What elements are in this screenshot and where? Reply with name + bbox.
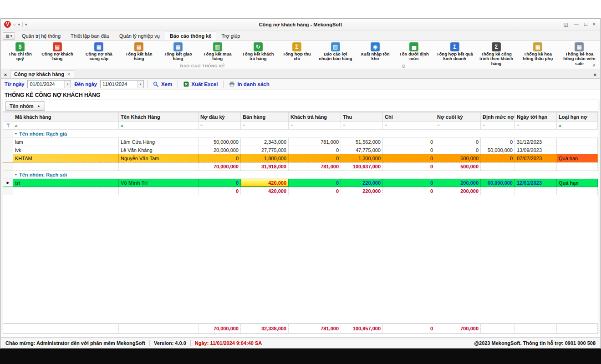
column-header-8[interactable]: Định mức nợ [481, 112, 515, 121]
report-business-result-button[interactable]: ΣTổng hợp kết quả kinh doanh [434, 42, 475, 62]
ribbon-tab-1[interactable]: Thiết lập ban đầu [66, 31, 114, 40]
tab-bar-close-icon[interactable]: × [594, 72, 600, 78]
close-button[interactable]: × [593, 22, 596, 27]
to-date-dropdown-icon[interactable]: ▾ [137, 81, 143, 88]
cell[interactable]: 47,775,000 [341, 146, 383, 154]
filter-cell-7[interactable]: = [435, 121, 481, 130]
table-row[interactable]: ▶triVõ Minh Trí0420,0000220,0000200,0006… [3, 179, 598, 187]
group-header-cell[interactable]: ▾Tên nhóm: Rạch giá [13, 130, 598, 138]
cell[interactable]: 200,000 [435, 179, 481, 187]
column-header-10[interactable]: Loại hạn nợ [557, 112, 598, 121]
cell[interactable]: 0 [481, 138, 515, 146]
filter-cell-6[interactable]: = [383, 121, 435, 130]
cell[interactable] [557, 138, 598, 146]
cell[interactable] [557, 146, 598, 154]
report-purchase-summary-button[interactable]: ▥Tổng kết mua hàng [198, 42, 237, 62]
cell[interactable]: 781,000 [289, 138, 341, 146]
cell[interactable]: Võ Minh Trí [119, 179, 199, 187]
column-header-2[interactable]: Nợ đầu kỳ [199, 112, 241, 121]
cell[interactable]: 0 [435, 138, 481, 146]
report-subcontractor-commission-button[interactable]: ▦Thống kê hoa hồng thầu phụ [517, 42, 559, 62]
cell[interactable]: 0 [199, 154, 241, 162]
filter-cell-4[interactable]: = [289, 121, 341, 130]
filter-cell-5[interactable]: = [341, 121, 383, 130]
report-sales-profit-button[interactable]: ▧Báo cáo lợi nhuận bán hàng [315, 42, 356, 62]
ribbon-tab-3[interactable]: Báo cáo thống kê [165, 31, 217, 40]
report-inventory-in-out-button[interactable]: ◉Xuất nhập tồn kho [356, 42, 394, 62]
to-date-input[interactable]: 11/01/2024 ▾ [100, 80, 144, 88]
view-button[interactable]: Xem [151, 81, 174, 88]
table-row[interactable]: lamLâm Cửa Hàng50,000,0002,343,000781,00… [3, 138, 598, 146]
column-header-1[interactable]: Tên Khách Hàng [119, 112, 199, 121]
ribbon-tab-0[interactable]: Quản trị hệ thống [17, 31, 66, 40]
cell[interactable]: 20,000,000 [199, 146, 241, 154]
cell[interactable]: 07/07/2023 [515, 154, 557, 162]
cell[interactable]: 0 [383, 154, 435, 162]
group-by-ten-nhom-button[interactable]: Tên nhóm ▲ [5, 101, 45, 111]
report-below-minimum-stock-button[interactable]: ▅Tồn dưới định mức [394, 42, 434, 62]
cell[interactable]: 0 [383, 138, 435, 146]
filter-cell-10[interactable]: a [557, 121, 598, 130]
cell[interactable]: 0 [383, 146, 435, 154]
report-income-expense-button[interactable]: ΣTổng hợp thu chi [279, 42, 315, 62]
cell[interactable]: 0 [383, 179, 435, 187]
group-dialog-launcher-icon[interactable]: ⊙ [402, 64, 405, 69]
cell[interactable]: 500,000 [435, 154, 481, 162]
report-delivery-summary-button[interactable]: ▦Tổng kết giao hàng [158, 42, 198, 62]
column-header-3[interactable]: Bán hàng [241, 112, 289, 121]
cell[interactable]: 12/01/2023 [515, 179, 557, 187]
maximize-button[interactable]: □ [584, 22, 587, 27]
cell[interactable]: 0 [289, 179, 341, 187]
cell[interactable]: 0 [289, 146, 341, 154]
filter-cell-9[interactable]: = [515, 121, 557, 130]
report-customer-returns-button[interactable]: ↻Tổng kết khách trả hàng [237, 42, 279, 62]
customize-toolbar-icon[interactable]: ▾ [25, 22, 27, 27]
quick-access-dropdown-icon[interactable]: ▾ [18, 22, 20, 27]
cell[interactable]: lvk [13, 146, 119, 154]
group-header-cell[interactable]: ▾Tên nhóm: Rạch sỏi [13, 171, 598, 179]
cell[interactable]: 0 [435, 146, 481, 154]
ribbon-tab-2[interactable]: Quản lý nghiệp vụ [114, 31, 165, 40]
record-icon[interactable]: ○ [13, 22, 15, 27]
table-row[interactable]: lvkLê Văn Kháng20,000,00027,775,000047,7… [3, 146, 598, 154]
cell[interactable]: 0 [289, 154, 341, 162]
from-date-dropdown-icon[interactable]: ▾ [64, 81, 71, 88]
cell[interactable]: 2,343,000 [241, 138, 289, 146]
expand-triangle-icon[interactable]: ▾ [15, 172, 17, 177]
cell[interactable]: Quá hạn [557, 179, 598, 187]
report-customer-debt-button[interactable]: ▤Công nợ khách hàng [36, 42, 78, 62]
cell[interactable]: 1,800,000 [241, 154, 289, 162]
cell[interactable]: Quá hạn [557, 154, 598, 162]
filter-cell-0[interactable]: a [13, 121, 119, 130]
cell[interactable]: lam [13, 138, 119, 146]
tab-close-icon[interactable]: × [67, 72, 70, 77]
cell[interactable]: 50,000,000 [199, 138, 241, 146]
report-sales-summary-button[interactable]: ▤Tổng kết bán hàng [120, 42, 158, 62]
app-menu-button[interactable]: ▦ ▾ [3, 32, 15, 40]
filter-cell-8[interactable]: = [481, 121, 515, 130]
column-header-5[interactable]: Thu [341, 112, 383, 121]
group-row[interactable]: ▾Tên nhóm: Rạch giá [3, 130, 598, 138]
cell[interactable]: Lâm Cửa Hàng [119, 138, 199, 146]
filter-cell-1[interactable]: a [119, 121, 199, 130]
cell[interactable]: 220,000 [341, 179, 383, 187]
filter-cell-3[interactable]: = [241, 121, 289, 130]
close-all-tabs-icon[interactable]: × [2, 71, 9, 78]
cell[interactable]: 50,000,000 [481, 146, 515, 154]
cell[interactable]: 27,775,000 [241, 146, 289, 154]
print-list-button[interactable]: In danh sách [227, 81, 271, 88]
minimize-button[interactable]: — [574, 22, 579, 27]
cell[interactable]: tri [13, 179, 119, 187]
table-row[interactable]: KHTAMNguyễn Văn Tam01,800,00001,300,0000… [3, 154, 598, 162]
cell[interactable]: 13/09/2023 [515, 146, 557, 154]
report-projects-by-customer-button[interactable]: ΣThống kê công trình theo khách hàng [475, 42, 517, 66]
cell[interactable]: Lê Văn Kháng [119, 146, 199, 154]
expand-triangle-icon[interactable]: ▾ [15, 131, 17, 136]
ribbon-collapse-icon[interactable]: ∧ [592, 63, 596, 67]
cell[interactable]: 60,000,000 [481, 179, 515, 187]
cell[interactable]: Nguyễn Văn Tam [119, 154, 199, 162]
export-excel-button[interactable]: Xuất Excel [181, 81, 220, 88]
group-row[interactable]: ▾Tên nhóm: Rạch sỏi [3, 171, 598, 179]
column-header-4[interactable]: Khách trả hàng [289, 112, 341, 121]
cell[interactable]: 51,562,000 [341, 138, 383, 146]
